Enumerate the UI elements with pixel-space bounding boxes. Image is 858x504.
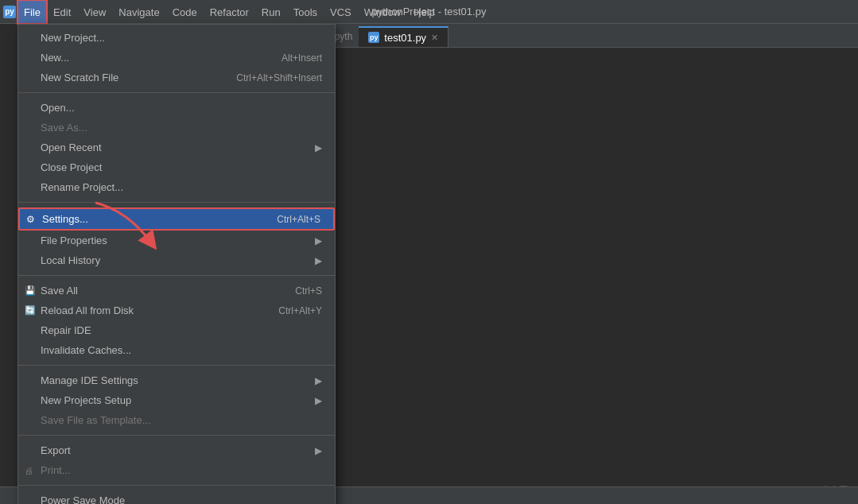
menu-tools[interactable]: Tools xyxy=(287,0,324,24)
menu-item-settings[interactable]: ⚙ Settings... Ctrl+Alt+S xyxy=(18,207,335,231)
menu-section-5: Manage IDE Settings ▶ New Projects Setup… xyxy=(18,367,335,433)
file-dropdown-menu: New Project... New... Alt+Insert New Scr… xyxy=(17,24,336,504)
separator-1 xyxy=(18,92,335,93)
reload-icon: 🔄 xyxy=(25,305,36,316)
menu-item-invalidate-caches[interactable]: Invalidate Caches... xyxy=(18,340,335,360)
local-history-arrow: ▶ xyxy=(315,255,322,266)
menu-item-manage-ide-settings[interactable]: Manage IDE Settings ▶ xyxy=(18,370,335,390)
menu-help[interactable]: Help xyxy=(407,0,441,24)
print-icon: 🖨 xyxy=(25,466,33,475)
menu-view[interactable]: View xyxy=(77,0,112,24)
menu-section-7: Power Save Mode Exit xyxy=(18,487,335,504)
menu-code[interactable]: Code xyxy=(166,0,204,24)
menu-section-4: 💾 Save All Ctrl+S 🔄 Reload All from Disk… xyxy=(18,277,335,363)
menu-section-2: Open... Save As... Open Recent ▶ Close P… xyxy=(18,95,335,200)
menu-item-reload-all[interactable]: 🔄 Reload All from Disk Ctrl+Alt+Y xyxy=(18,300,335,320)
tab-bar: ts\pyth py test01.py ✕ xyxy=(318,24,858,48)
menu-item-power-save[interactable]: Power Save Mode xyxy=(18,490,335,504)
export-arrow: ▶ xyxy=(315,445,322,456)
menu-item-save-as: Save As... xyxy=(18,118,335,138)
menu-item-new-projects-setup[interactable]: New Projects Setup ▶ xyxy=(18,390,335,410)
menu-item-close-project[interactable]: Close Project xyxy=(18,157,335,177)
menu-item-file-properties[interactable]: File Properties ▶ xyxy=(18,231,335,250)
save-all-icon: 💾 xyxy=(25,285,36,296)
menu-file[interactable]: File xyxy=(17,0,47,24)
settings-icon: ⚙ xyxy=(26,214,35,225)
menu-bar: File Edit View Navigate Code Refactor Ru… xyxy=(17,0,441,24)
menu-item-save-all[interactable]: 💾 Save All Ctrl+S xyxy=(18,281,335,300)
tab-test01[interactable]: py test01.py ✕ xyxy=(359,26,448,47)
editor-area: ts\pyth py test01.py ✕ 1 xyxy=(318,24,858,504)
menu-item-print: 🖨 Print... xyxy=(18,460,335,480)
menu-navigate[interactable]: Navigate xyxy=(112,0,165,24)
separator-5 xyxy=(18,435,335,436)
menu-item-open[interactable]: Open... xyxy=(18,98,335,118)
menu-window[interactable]: Window xyxy=(358,0,407,24)
separator-3 xyxy=(18,275,335,276)
menu-section-6: Export ▶ 🖨 Print... xyxy=(18,437,335,483)
menu-item-repair-ide[interactable]: Repair IDE xyxy=(18,320,335,340)
tab-close-button[interactable]: ✕ xyxy=(431,33,438,43)
open-recent-arrow: ▶ xyxy=(315,142,322,153)
separator-6 xyxy=(18,485,335,486)
menu-item-new-scratch[interactable]: New Scratch File Ctrl+Alt+Shift+Insert xyxy=(18,68,335,87)
separator-2 xyxy=(18,202,335,203)
menu-section-1: New Project... New... Alt+Insert New Scr… xyxy=(18,25,335,91)
tab-file-icon: py xyxy=(368,32,379,43)
menu-item-export[interactable]: Export ▶ xyxy=(18,440,335,460)
app-icon: py xyxy=(3,5,21,18)
menu-section-3: ⚙ Settings... Ctrl+Alt+S File Properties… xyxy=(18,204,335,273)
menu-item-new[interactable]: New... Alt+Insert xyxy=(18,48,335,68)
menu-item-save-file-template: Save File as Template... xyxy=(18,410,335,430)
separator-4 xyxy=(18,365,335,366)
py-logo: py xyxy=(3,6,16,18)
new-projects-setup-arrow: ▶ xyxy=(315,395,322,406)
menu-edit[interactable]: Edit xyxy=(47,0,77,24)
menu-item-open-recent[interactable]: Open Recent ▶ xyxy=(18,138,335,157)
file-properties-arrow: ▶ xyxy=(315,235,322,246)
menu-run[interactable]: Run xyxy=(255,0,287,24)
menu-refactor[interactable]: Refactor xyxy=(204,0,255,24)
menu-item-rename-project[interactable]: Rename Project... xyxy=(18,177,335,197)
menu-item-new-project[interactable]: New Project... xyxy=(18,28,335,48)
manage-ide-settings-arrow: ▶ xyxy=(315,375,322,386)
menu-item-local-history[interactable]: Local History ▶ xyxy=(18,250,335,270)
menu-vcs[interactable]: VCS xyxy=(324,0,358,24)
